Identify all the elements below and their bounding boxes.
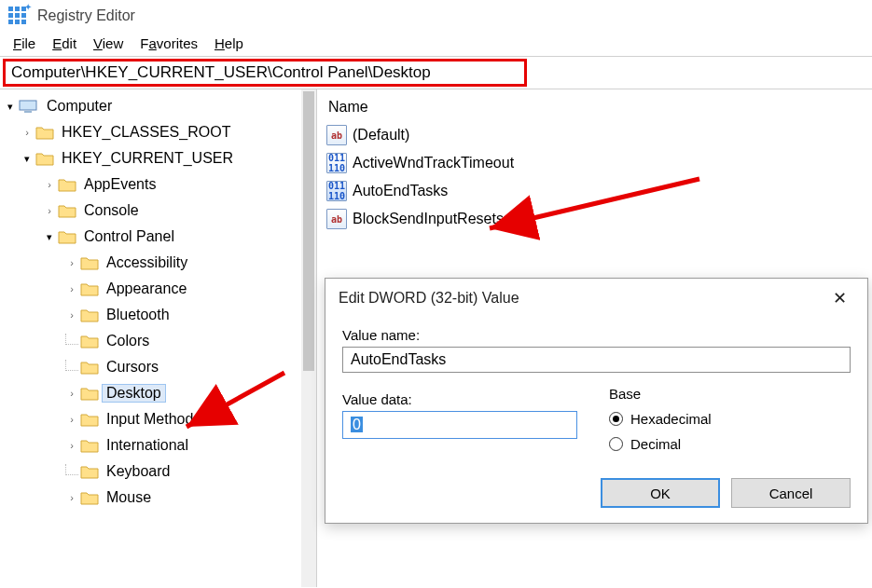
window-title: Registry Editor [37,7,135,24]
radio-hexadecimal[interactable]: Hexadecimal [609,411,851,427]
base-label: Base [609,386,851,402]
titlebar: ✦ Registry Editor [0,0,872,32]
folder-icon [80,464,99,479]
folder-icon [80,386,99,401]
tree-pane: ▾ Computer › HKEY_CLASSES_ROOT ▾ HKEY_CU… [0,89,317,587]
svg-rect-7 [15,20,20,24]
folder-icon [35,125,54,140]
value-name-field[interactable]: AutoEndTasks [342,347,851,373]
svg-rect-3 [8,13,13,18]
tree-item-keyboard[interactable]: Keyboard [4,458,316,485]
svg-rect-10 [24,111,32,113]
chevron-down-icon[interactable]: ▾ [21,153,34,165]
folder-icon [58,203,76,218]
folder-icon [80,255,99,270]
folder-icon [80,438,99,453]
tree-item-console[interactable]: › Console [4,198,316,224]
tree-item-desktop[interactable]: › Desktop [4,380,316,406]
computer-icon [19,100,39,113]
tree-item-computer[interactable]: ▾ Computer [4,93,316,119]
chevron-right-icon[interactable]: › [43,205,56,216]
folder-icon [58,177,76,192]
tree-item-inputmethod[interactable]: › Input Method [4,406,316,432]
menu-view[interactable]: View [86,34,131,53]
folder-icon [80,281,99,296]
folder-icon [35,151,54,166]
chevron-right-icon[interactable]: › [43,179,56,190]
menu-file[interactable]: File [6,34,43,53]
chevron-right-icon[interactable]: › [21,127,34,138]
tree-item-hkcr[interactable]: › HKEY_CLASSES_ROOT [4,119,316,145]
column-header-name[interactable]: Name [326,93,863,121]
chevron-right-icon[interactable]: › [65,388,78,399]
dialog-title: Edit DWORD (32-bit) Value [339,290,519,307]
svg-rect-0 [8,7,13,11]
value-data-label: Value data: [342,391,577,407]
tree-scrollbar[interactable] [301,89,316,587]
menubar: File Edit View Favorites Help [0,32,872,57]
svg-rect-6 [8,20,13,24]
svg-rect-9 [20,101,36,110]
address-bar[interactable]: Computer\HKEY_CURRENT_USER\Control Panel… [3,59,527,87]
value-row-autoendtasks[interactable]: 011110 AutoEndTasks [326,177,863,205]
menu-favorites[interactable]: Favorites [132,34,205,53]
folder-icon [80,334,99,349]
tree-item-accessibility[interactable]: › Accessibility [4,250,316,276]
folder-icon [80,360,99,375]
tree-item-mouse[interactable]: › Mouse [4,485,316,511]
chevron-right-icon[interactable]: › [65,283,78,294]
ok-button[interactable]: OK [601,478,720,508]
radio-icon [609,437,623,451]
value-data-field[interactable]: 0 [342,411,577,439]
tree-item-international[interactable]: › International [4,432,316,458]
value-row-blocksendinputresets[interactable]: ab BlockSendInputResets [326,205,863,233]
svg-rect-8 [21,20,26,24]
folder-icon [58,229,76,244]
reg-dword-icon: 011110 [326,181,347,201]
radio-decimal[interactable]: Decimal [609,436,851,452]
svg-rect-5 [21,13,26,18]
chevron-down-icon[interactable]: ▾ [4,101,17,113]
tree-item-colors[interactable]: Colors [4,328,316,354]
chevron-right-icon[interactable]: › [65,440,78,451]
tree-item-cursors[interactable]: Cursors [4,354,316,380]
chevron-down-icon[interactable]: ▾ [43,231,56,243]
app-icon: ✦ [7,6,28,26]
tree-item-bluetooth[interactable]: › Bluetooth [4,302,316,328]
folder-icon [80,308,99,322]
reg-sz-icon: ab [326,209,347,229]
radio-icon [609,412,623,426]
menu-edit[interactable]: Edit [45,34,84,53]
value-row-activewndtracktimeout[interactable]: 011110 ActiveWndTrackTimeout [326,149,863,177]
chevron-right-icon[interactable]: › [65,492,78,503]
tree-item-appearance[interactable]: › Appearance [4,276,316,302]
reg-sz-icon: ab [326,125,347,145]
tree-item-controlpanel[interactable]: ▾ Control Panel [4,224,316,250]
folder-icon [80,490,99,505]
close-button[interactable]: ✕ [825,288,854,308]
folder-icon [80,412,99,427]
svg-rect-4 [15,13,20,18]
chevron-right-icon[interactable]: › [65,414,78,425]
svg-rect-1 [15,7,20,11]
value-row-default[interactable]: ab (Default) [326,121,863,149]
chevron-right-icon[interactable]: › [65,309,78,321]
reg-dword-icon: 011110 [326,153,347,173]
tree-item-appevents[interactable]: › AppEvents [4,171,316,198]
edit-dword-dialog: Edit DWORD (32-bit) Value ✕ Value name: … [325,278,868,524]
value-name-label: Value name: [342,327,851,343]
cancel-button[interactable]: Cancel [731,478,851,508]
chevron-right-icon[interactable]: › [65,257,78,268]
tree-item-hkcu[interactable]: ▾ HKEY_CURRENT_USER [4,145,316,171]
menu-help[interactable]: Help [207,34,251,53]
